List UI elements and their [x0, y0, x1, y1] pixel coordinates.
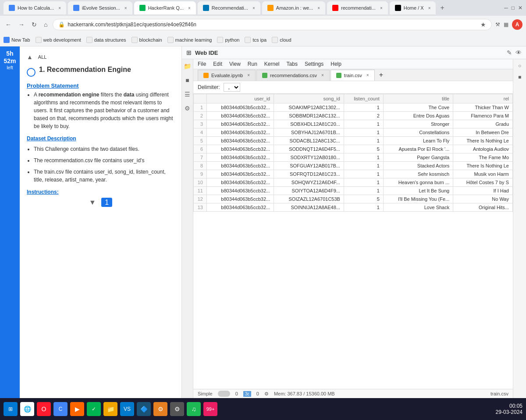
mem-label: Mem: 367.83 / 15360.00 MB — [274, 391, 335, 396]
cell-rownum-6: 7 — [194, 153, 207, 162]
right-icon-2[interactable]: ■ — [518, 74, 521, 80]
eye-icon[interactable]: 👁 — [515, 49, 522, 56]
home-button[interactable]: ⌂ — [42, 20, 49, 29]
tab-favicon-2 — [73, 5, 79, 11]
cell-listencount-2: 1 — [344, 120, 383, 128]
taskbar-icon-files[interactable]: 📁 — [103, 402, 117, 416]
ide-tab-recommendations[interactable]: recommendations.csv × — [256, 70, 330, 81]
cell-title-2: Stronger — [383, 120, 453, 128]
menu-run[interactable]: Run — [248, 61, 257, 67]
ide-tab-evaluate[interactable]: Evaluate.ipynb × — [198, 70, 256, 81]
cell-rownum-9: 10 — [194, 178, 207, 187]
add-tab-button[interactable]: + — [376, 69, 387, 81]
cell-title-5: Apuesta Por El Rock '... — [383, 145, 453, 153]
tab-close-3[interactable]: × — [188, 6, 191, 11]
tab-close-2[interactable]: × — [124, 6, 127, 11]
csv-table-wrapper[interactable]: user_id song_id listen_count title rel 1… — [193, 94, 513, 389]
profile-icon[interactable]: A — [512, 19, 522, 30]
dataset-section-link[interactable]: Dataset Description — [27, 135, 174, 142]
tab-close-6[interactable]: × — [380, 6, 383, 11]
settings-icon[interactable]: ⚙ — [264, 391, 269, 397]
tab-close-7[interactable]: × — [428, 6, 431, 11]
menu-file[interactable]: File — [198, 61, 206, 67]
delimiter-select[interactable]: , — [224, 83, 240, 92]
bookmark-blockchain[interactable]: blockchain — [132, 37, 162, 43]
taskbar-icon-green[interactable]: ✓ — [87, 402, 101, 416]
bookmark-new-tab[interactable]: New Tab — [4, 37, 30, 43]
tab-ievolve[interactable]: iEvolve Session... × — [68, 1, 132, 14]
cell-title-4: Learn To Fly — [383, 137, 453, 145]
delimiter-label: Delimiter: — [198, 84, 220, 90]
puzzle-icon[interactable]: ⚙ — [185, 105, 190, 112]
new-tab-button[interactable]: + — [437, 4, 447, 12]
bookmark-web-dev[interactable]: web development — [36, 37, 81, 43]
evaluate-tab-close[interactable]: × — [247, 73, 250, 78]
recommendations-tab-close[interactable]: × — [321, 73, 324, 78]
taskbar-icon-orange2[interactable]: ⚙ — [153, 402, 167, 416]
cell-songid-0: SOAKIMP12A8C1302... — [274, 103, 344, 112]
tab-close-1[interactable]: × — [58, 6, 61, 11]
tab-amazon[interactable]: Amazon.in : we... × — [262, 1, 325, 14]
address-bar[interactable]: 🔒 hackerrank.com/test/ptknja81ec/questio… — [53, 19, 492, 30]
tab-how-to-calc[interactable]: How to Calcula... × — [4, 1, 66, 14]
menu-settings[interactable]: Settings — [305, 61, 323, 67]
taskbar-icon-blue2[interactable]: 🔷 — [137, 402, 151, 416]
instructions-link[interactable]: Instructions: — [27, 189, 174, 195]
folder-icon[interactable]: 📁 — [184, 63, 191, 70]
menu-kernel[interactable]: Kernel — [264, 61, 280, 67]
cell-listencount-11: 5 — [344, 195, 383, 203]
minimize-button[interactable]: ─ — [504, 5, 508, 11]
cell-rownum-0: 1 — [194, 103, 207, 112]
right-icon-1[interactable]: ○ — [518, 63, 521, 69]
taskbar-icon-chrome2[interactable]: C — [53, 402, 68, 416]
bookmark-star-icon[interactable]: ★ — [480, 21, 486, 28]
taskbar-start[interactable]: ⊞ — [4, 402, 18, 416]
bookmark-python[interactable]: python — [217, 37, 239, 43]
taskbar-icon-spotify[interactable]: ♫ — [187, 402, 201, 416]
cell-rownum-12: 13 — [194, 203, 207, 212]
cell-release-11: No Way — [453, 195, 513, 203]
reload-button[interactable]: ↻ — [30, 20, 39, 29]
train-tab-close[interactable]: × — [366, 73, 369, 78]
bookmark-label-8: cloud — [280, 37, 291, 43]
cell-title-8: Sehr kosmisch — [383, 170, 453, 178]
question-nav-up[interactable]: ▲ — [27, 53, 33, 61]
tab-linkedin[interactable]: Recommendati... × — [198, 1, 260, 14]
ide-tab-train[interactable]: train.csv × — [331, 70, 375, 81]
bookmark-cloud[interactable]: cloud — [272, 37, 291, 43]
stop-icon[interactable]: ■ — [185, 77, 189, 84]
chart-icon[interactable]: ✎ — [507, 49, 512, 56]
problem-statement-link[interactable]: Problem Statement — [27, 82, 78, 89]
bookmark-data-structures[interactable]: data structures — [86, 37, 126, 43]
menu-help[interactable]: Help — [331, 61, 341, 67]
close-button[interactable]: ✕ — [518, 5, 522, 11]
tab-twitter[interactable]: Home / X × — [390, 1, 436, 14]
taskbar-icon-vlc[interactable]: ▶ — [70, 402, 84, 416]
tab-hackerrank[interactable]: HackerRank Q... × — [134, 1, 196, 14]
maximize-button[interactable]: □ — [512, 5, 515, 11]
taskbar-icon-vscode[interactable]: VS — [120, 402, 134, 416]
cell-release-8: Musik von Harm — [453, 170, 513, 178]
forward-button[interactable]: → — [17, 20, 26, 29]
right-panel: ○ ■ — [513, 59, 526, 398]
tab-label-6: recommendati... — [341, 5, 376, 11]
simple-label: Simple — [198, 391, 213, 396]
tab-close-5[interactable]: × — [317, 6, 320, 11]
bookmark-tcs[interactable]: tcs ipa — [245, 37, 267, 43]
taskbar-icon-gear[interactable]: ⚙ — [170, 402, 184, 416]
all-questions-label[interactable]: ALL — [38, 54, 47, 60]
tab-youtube[interactable]: recommendati... × — [327, 1, 388, 14]
menu-view[interactable]: View — [229, 61, 241, 67]
bookmark-ml[interactable]: machine learning — [167, 37, 212, 43]
list-icon[interactable]: ☰ — [185, 91, 190, 98]
tab-label-2: iEvolve Session... — [82, 5, 120, 11]
back-button[interactable]: ← — [4, 20, 13, 29]
taskbar-icon-notification[interactable]: 99+ — [203, 402, 217, 416]
taskbar-icon-chrome[interactable]: 🌐 — [20, 402, 34, 416]
taskbar-icon-opera[interactable]: O — [37, 402, 51, 416]
table-row: 3 b80344d063b5ccb32... SOBXHDL12A81C20..… — [194, 120, 513, 128]
menu-edit[interactable]: Edit — [213, 61, 222, 67]
menu-tabs[interactable]: Tabs — [287, 61, 298, 67]
tab-close-4[interactable]: × — [252, 6, 255, 11]
simple-toggle[interactable] — [218, 391, 230, 397]
